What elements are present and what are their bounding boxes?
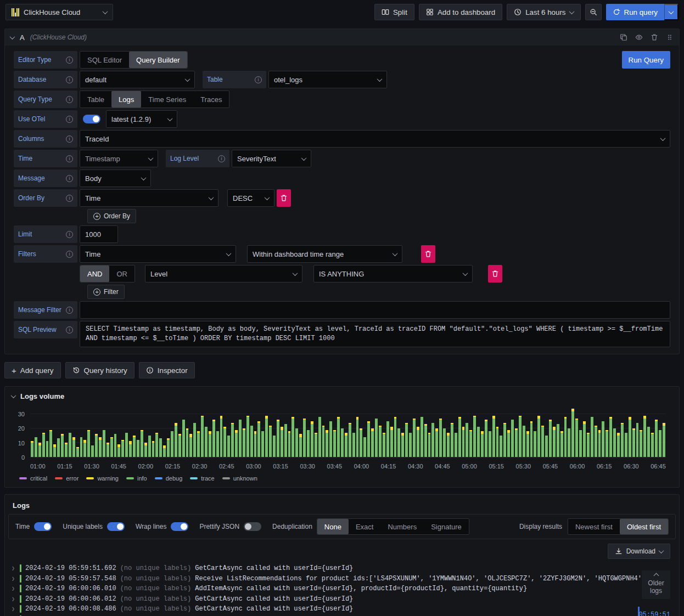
radio-option[interactable]: Time Series	[141, 91, 193, 108]
message-column-select[interactable]: Body	[80, 169, 151, 187]
volume-bar	[42, 407, 46, 457]
volume-bar	[499, 407, 503, 457]
database-select[interactable]: default	[80, 71, 195, 88]
collapse-chevron-icon[interactable]	[11, 393, 16, 398]
time-column-select[interactable]: Timestamp	[80, 150, 158, 167]
expand-chevron-icon[interactable]: ❯	[12, 565, 16, 572]
log-row[interactable]: ❯ 2024-02-19 06:00:08.486 (no unique lab…	[12, 604, 674, 614]
radio-option[interactable]: Traces	[193, 91, 229, 108]
log-row[interactable]: ❯ 2024-02-19 05:59:57.548 (no unique lab…	[12, 574, 674, 584]
table-select[interactable]: otel_logs	[268, 71, 387, 88]
columns-select[interactable]: TraceId	[80, 130, 670, 148]
remove-filter-button[interactable]	[421, 245, 435, 263]
otel-version-select[interactable]: latest (1.2.9)	[106, 110, 177, 128]
volume-bar	[412, 407, 416, 457]
disable-query-eye-icon[interactable]	[635, 33, 643, 41]
radio-option[interactable]: Oldest first	[620, 519, 668, 534]
legend-item[interactable]: warning	[86, 475, 119, 482]
x-tick-label: 05:30	[516, 463, 531, 470]
chevron-down-icon	[669, 9, 674, 14]
database-label: Database	[14, 71, 77, 88]
query-history-button[interactable]: Query history	[65, 362, 134, 378]
log-row[interactable]: ❯ 2024-02-19 06:00:18.663 (no unique lab…	[12, 614, 674, 616]
expand-chevron-icon[interactable]: ❯	[12, 606, 16, 612]
expand-chevron-icon[interactable]: ❯	[12, 596, 16, 602]
log-level-select[interactable]: SeverityText	[232, 150, 311, 167]
add-to-dashboard-button[interactable]: Add to dashboard	[419, 4, 502, 20]
filter-range-select[interactable]: Within dashboard time range	[247, 245, 402, 263]
filter-level-select[interactable]: Level	[145, 265, 302, 282]
display-results-label: Display results	[519, 523, 562, 530]
download-button[interactable]: Download	[608, 544, 670, 559]
expand-chevron-icon[interactable]: ❯	[12, 575, 16, 582]
volume-bar	[68, 407, 72, 457]
add-order-by-button[interactable]: Order By	[87, 209, 136, 223]
radio-option[interactable]: Query Builder	[129, 52, 187, 68]
wrap-lines-toggle[interactable]	[171, 522, 188, 531]
drag-handle-icon[interactable]	[666, 33, 674, 41]
query-type-label: Query Type	[14, 91, 77, 108]
volume-bar	[632, 407, 636, 457]
remove-order-by-button[interactable]	[277, 189, 291, 207]
log-message: AddItemAsync called with userId={userId}…	[195, 585, 527, 592]
radio-option[interactable]: Logs	[111, 91, 141, 108]
volume-bar	[480, 407, 484, 457]
add-query-button[interactable]: +Add query	[4, 362, 61, 378]
legend-item[interactable]: info	[126, 475, 147, 482]
x-tick-label: 06:45	[651, 463, 666, 470]
x-tick-label: 02:00	[138, 463, 154, 470]
time-range-picker[interactable]: Last 6 hours	[507, 4, 580, 20]
radio-option[interactable]: Exact	[349, 519, 381, 534]
volume-bar	[564, 407, 568, 457]
volume-bar	[295, 407, 299, 457]
filter-condition-select[interactable]: IS ANYTHING	[313, 265, 473, 282]
radio-option[interactable]: AND	[80, 265, 109, 282]
order-by-direction-select[interactable]: DESC	[227, 189, 274, 207]
query-header[interactable]: A (ClickHouse Cloud)	[5, 29, 679, 46]
legend-item[interactable]: error	[55, 475, 79, 482]
radio-option[interactable]: OR	[109, 265, 134, 282]
run-query-dropdown[interactable]	[664, 4, 679, 20]
radio-option[interactable]: Signature	[424, 519, 469, 534]
apps-icon	[426, 8, 434, 16]
run-query-button[interactable]: Run query	[606, 4, 665, 20]
prettify-json-toggle[interactable]	[244, 522, 261, 531]
volume-bar	[654, 407, 658, 457]
message-filter-input[interactable]	[80, 301, 670, 319]
expand-chevron-icon[interactable]: ❯	[12, 585, 16, 592]
remove-query-trash-icon[interactable]	[651, 33, 658, 41]
run-query-inline-button[interactable]: Run Query	[622, 51, 670, 69]
editor-type-radio-group: SQL EditorQuery Builder	[80, 51, 188, 69]
search-minus-icon	[590, 8, 597, 16]
unique-labels-toggle[interactable]	[107, 522, 125, 531]
radio-option[interactable]: Numbers	[380, 519, 424, 534]
log-row[interactable]: ❯ 2024-02-19 06:00:06.012 (no unique lab…	[12, 594, 674, 604]
time-toggle[interactable]	[34, 522, 52, 531]
radio-option[interactable]: SQL Editor	[80, 52, 129, 68]
collapse-chevron-icon[interactable]	[10, 34, 15, 39]
limit-input[interactable]	[80, 225, 118, 243]
use-otel-toggle[interactable]	[83, 115, 100, 123]
split-button[interactable]: Split	[374, 4, 414, 20]
filter-field-select[interactable]: Time	[80, 245, 236, 263]
log-timestamp: 2024-02-19 05:59:51.692	[25, 564, 116, 572]
remove-sub-filter-button[interactable]	[488, 265, 502, 282]
legend-item[interactable]: debug	[155, 475, 183, 482]
datasource-picker[interactable]: ClickHouse Cloud	[5, 4, 113, 20]
log-row[interactable]: ❯ 2024-02-19 05:59:51.692 (no unique lab…	[12, 563, 674, 574]
radio-option[interactable]: Table	[80, 91, 111, 108]
zoom-out-button[interactable]	[585, 4, 602, 20]
volume-bar	[186, 407, 189, 457]
inspector-button[interactable]: Inspector	[139, 362, 195, 378]
legend-item[interactable]: critical	[19, 475, 47, 482]
duplicate-query-icon[interactable]	[620, 33, 627, 41]
radio-option[interactable]: Newest first	[568, 519, 620, 534]
legend-item[interactable]: unknown	[222, 475, 257, 482]
chevron-down-icon	[293, 270, 298, 276]
older-logs-button[interactable]: Olderlogs	[642, 570, 670, 599]
order-by-field-select[interactable]: Time	[80, 189, 218, 207]
log-row[interactable]: ❯ 2024-02-19 06:00:06.010 (no unique lab…	[12, 584, 674, 594]
legend-item[interactable]: trace	[190, 475, 214, 482]
radio-option[interactable]: None	[317, 519, 349, 534]
add-filter-button[interactable]: Filter	[87, 285, 125, 299]
